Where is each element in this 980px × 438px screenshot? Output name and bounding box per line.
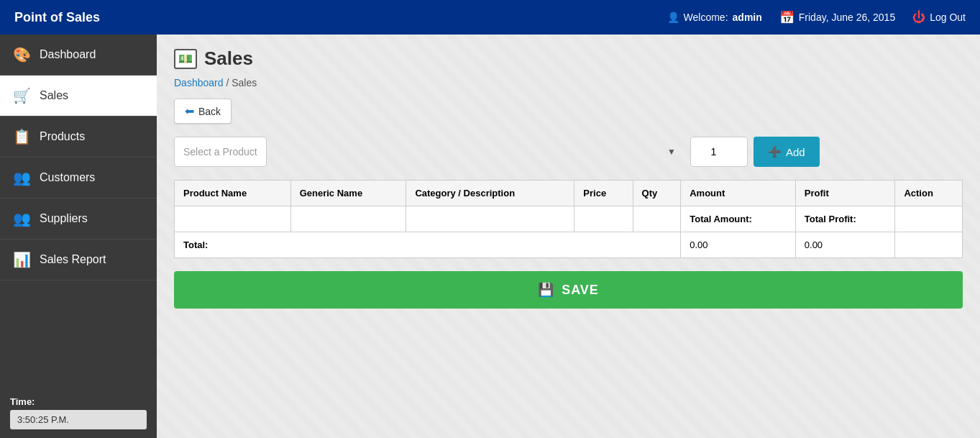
logout-label: Log Out xyxy=(930,12,966,23)
page-title: Sales xyxy=(204,47,253,70)
total-label: Total: xyxy=(175,232,681,258)
calendar-icon: 📅 xyxy=(779,10,794,25)
main-content: 💵 Sales Dashboard / Sales ⬅ Back Select … xyxy=(157,35,980,438)
empty-cell-4 xyxy=(574,206,633,232)
sidebar-item-suppliers[interactable]: 👥 Suppliers xyxy=(0,199,157,239)
col-amount: Amount xyxy=(681,181,796,206)
sidebar-label-suppliers: Suppliers xyxy=(40,212,88,225)
col-product-name: Product Name xyxy=(175,181,291,206)
current-date: Friday, June 26, 2015 xyxy=(799,12,895,23)
col-generic-name: Generic Name xyxy=(290,181,406,206)
sales-table: Product Name Generic Name Category / Des… xyxy=(174,180,963,258)
header-info: 👤 Welcome: admin 📅 Friday, June 26, 2015… xyxy=(667,10,966,25)
back-button[interactable]: ⬅ Back xyxy=(174,99,232,124)
back-icon: ⬅ xyxy=(185,104,194,118)
sidebar-item-products[interactable]: 📋 Products xyxy=(0,117,157,158)
table-subtotal-row: Total Amount: Total Profit: xyxy=(175,206,963,232)
save-button[interactable]: 💾 SAVE xyxy=(174,271,963,309)
col-category: Category / Description xyxy=(406,181,574,206)
selector-row: Select a Product ▼ ➕ Add xyxy=(174,137,963,167)
dollar-icon: 💵 xyxy=(178,52,193,65)
total-profit-label: Total Profit: xyxy=(805,214,856,224)
breadcrumb: Dashboard / Sales xyxy=(174,77,963,88)
empty-cell-5 xyxy=(633,206,681,232)
welcome-label: Welcome: xyxy=(684,12,728,23)
sidebar-item-sales[interactable]: 🛒 Sales xyxy=(0,76,157,117)
app-title: Point of Sales xyxy=(14,10,667,25)
sidebar-item-sales-report[interactable]: 📊 Sales Report xyxy=(0,239,157,280)
header: Point of Sales 👤 Welcome: admin 📅 Friday… xyxy=(0,0,980,35)
quantity-input[interactable] xyxy=(690,137,748,167)
welcome-info: 👤 Welcome: admin xyxy=(667,12,762,23)
empty-cell-3 xyxy=(406,206,574,232)
breadcrumb-separator: / xyxy=(226,77,232,88)
breadcrumb-home[interactable]: Dashboard xyxy=(174,77,224,88)
add-label: Add xyxy=(786,146,805,158)
time-label: Time: xyxy=(10,396,147,407)
username: admin xyxy=(733,12,762,23)
total-amount-label: Total Amount: xyxy=(690,214,752,224)
save-label: SAVE xyxy=(562,283,599,298)
product-select[interactable]: Select a Product xyxy=(174,137,267,167)
breadcrumb-current: Sales xyxy=(232,77,257,88)
logout-button[interactable]: ⏻ Log Out xyxy=(912,10,966,25)
empty-cell-1 xyxy=(175,206,291,232)
total-amount-value: 0.00 xyxy=(681,232,796,258)
customers-icon: 👥 xyxy=(13,169,31,186)
sidebar-label-customers: Customers xyxy=(40,171,95,184)
products-icon: 📋 xyxy=(13,128,31,145)
user-icon: 👤 xyxy=(667,12,679,23)
total-profit-label-cell: Total Profit: xyxy=(795,206,895,232)
col-profit: Profit xyxy=(795,181,895,206)
sidebar: 🎨 Dashboard 🛒 Sales 📋 Products 👥 Custome… xyxy=(0,35,157,438)
body-wrapper: 🎨 Dashboard 🛒 Sales 📋 Products 👥 Custome… xyxy=(0,35,980,438)
page-title-row: 💵 Sales xyxy=(174,47,963,70)
total-profit-value: 0.00 xyxy=(795,232,895,258)
col-price: Price xyxy=(574,181,633,206)
product-select-wrapper: Select a Product ▼ xyxy=(174,137,684,167)
add-button[interactable]: ➕ Add xyxy=(754,137,820,167)
sidebar-clock: Time: 3:50:25 P.M. xyxy=(0,388,157,438)
page-title-icon: 💵 xyxy=(174,49,197,69)
sidebar-label-sales: Sales xyxy=(40,89,68,102)
cart-icon: 🛒 xyxy=(13,87,31,104)
chevron-down-icon: ▼ xyxy=(667,147,676,157)
sidebar-label-products: Products xyxy=(40,130,85,143)
sidebar-label-dashboard: Dashboard xyxy=(40,48,96,61)
back-label: Back xyxy=(198,106,221,117)
table-total-row: Total: 0.00 0.00 xyxy=(175,232,963,258)
time-value: 3:50:25 P.M. xyxy=(10,410,147,429)
power-icon: ⏻ xyxy=(912,10,925,25)
date-info: 📅 Friday, June 26, 2015 xyxy=(779,10,895,25)
empty-cell-action xyxy=(895,206,963,232)
col-qty: Qty xyxy=(633,181,681,206)
total-amount-label-cell: Total Amount: xyxy=(681,206,796,232)
sidebar-label-sales-report: Sales Report xyxy=(40,253,106,266)
dashboard-icon: 🎨 xyxy=(13,46,31,63)
suppliers-icon: 👥 xyxy=(13,210,31,227)
floppy-disk-icon: 💾 xyxy=(538,282,554,298)
empty-cell-2 xyxy=(290,206,406,232)
plus-circle-icon: ➕ xyxy=(768,145,782,158)
empty-total-action xyxy=(895,232,963,258)
sidebar-item-dashboard[interactable]: 🎨 Dashboard xyxy=(0,35,157,76)
col-action: Action xyxy=(895,181,963,206)
report-icon: 📊 xyxy=(13,251,31,268)
table-header-row: Product Name Generic Name Category / Des… xyxy=(175,181,963,206)
sidebar-item-customers[interactable]: 👥 Customers xyxy=(0,158,157,199)
